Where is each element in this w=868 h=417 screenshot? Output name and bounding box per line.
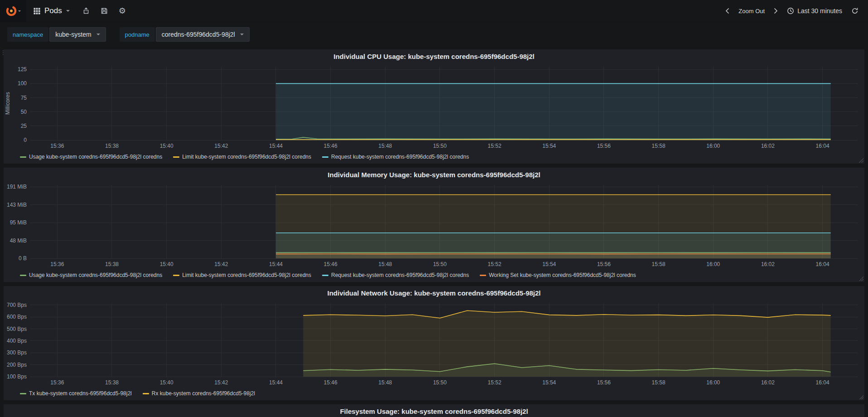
- y-tick-label: 25: [21, 123, 27, 129]
- x-tick-label: 15:40: [160, 379, 174, 386]
- x-tick-label: 16:02: [761, 379, 775, 386]
- panel-title[interactable]: Individual Network Usage: kube-system co…: [4, 286, 864, 301]
- variable-value-dropdown[interactable]: coredns-695f96dcd5-98j2l: [156, 27, 250, 42]
- panel-title[interactable]: Individual Memory Usage: kube-system cor…: [4, 168, 864, 182]
- share-button[interactable]: [77, 0, 95, 22]
- x-tick-label: 15:52: [488, 143, 502, 149]
- y-tick-label: 0: [24, 137, 27, 143]
- chart-legend: Usage kube-system coredns-695f96dcd5-98j…: [4, 269, 864, 282]
- y-tick-label: 95 MiB: [10, 219, 27, 226]
- y-tick-label: 100 Bps: [7, 373, 27, 380]
- legend-color-swatch: [20, 275, 26, 276]
- variables-bar: namespacekube-systempodnamecoredns-695f9…: [0, 22, 868, 47]
- x-tick-label: 15:54: [542, 379, 556, 386]
- x-tick-label: 15:54: [542, 143, 556, 149]
- y-tick-label: 75: [21, 95, 27, 101]
- legend-item[interactable]: Usage kube-system coredns-695f96dcd5-98j…: [20, 272, 162, 278]
- x-tick-label: 15:50: [433, 261, 447, 267]
- variable-value-dropdown[interactable]: kube-system: [49, 27, 106, 42]
- panel-resize-handle[interactable]: [859, 395, 863, 399]
- x-tick-label: 15:44: [269, 261, 283, 267]
- panel-resize-handle[interactable]: [859, 276, 863, 281]
- panel-resize-handle[interactable]: [859, 158, 863, 163]
- legend-color-swatch: [322, 156, 328, 158]
- memory-usage-chart[interactable]: 15:3615:3815:4015:4215:4415:4615:4815:50…: [4, 182, 864, 269]
- x-tick-label: 15:54: [542, 261, 556, 267]
- x-tick-label: 15:44: [269, 379, 283, 386]
- legend-item[interactable]: Request kube-system coredns-695f96dcd5-9…: [322, 154, 469, 160]
- legend-color-swatch: [143, 393, 149, 394]
- legend-series-name: Limit kube-system coredns-695f96dcd5-98j…: [182, 154, 311, 160]
- dashboard-panels: ⋮⋮ Individual CPU Usage: kube-system cor…: [0, 47, 868, 417]
- refresh-button[interactable]: [848, 5, 862, 16]
- legend-series-name: Usage kube-system coredns-695f96dcd5-98j…: [29, 272, 162, 278]
- grafana-menu-button[interactable]: [0, 0, 26, 22]
- x-tick-label: 15:38: [105, 143, 119, 149]
- x-tick-label: 16:02: [761, 261, 775, 267]
- x-tick-label: 15:40: [160, 261, 174, 267]
- variable-value-text: coredns-695f96dcd5-98j2l: [162, 31, 235, 38]
- x-tick-label: 15:42: [214, 379, 228, 386]
- share-icon: [82, 7, 90, 15]
- navbar-right: Zoom Out Last 30 minutes: [722, 5, 868, 16]
- zoom-out-button[interactable]: Zoom Out: [735, 6, 768, 16]
- legend-color-swatch: [173, 275, 179, 276]
- x-tick-label: 15:46: [324, 143, 338, 149]
- time-shift-forward-button[interactable]: [771, 6, 781, 16]
- cpu-usage-chart[interactable]: 15:3615:3815:4015:4215:4415:4615:4815:50…: [4, 64, 864, 151]
- series-fill-1: [303, 310, 830, 377]
- x-tick-label: 15:58: [652, 143, 665, 149]
- legend-color-swatch: [322, 275, 328, 276]
- save-button[interactable]: [95, 0, 113, 22]
- save-icon: [101, 7, 108, 15]
- x-tick-label: 15:38: [105, 379, 119, 386]
- legend-series-name: Request kube-system coredns-695f96dcd5-9…: [331, 272, 469, 278]
- legend-item[interactable]: Request kube-system coredns-695f96dcd5-9…: [322, 272, 469, 278]
- x-tick-label: 16:02: [761, 143, 775, 149]
- legend-item[interactable]: Rx kube-system coredns-695f96dcd5-98j2l: [143, 390, 255, 397]
- time-shift-back-button[interactable]: [722, 6, 733, 16]
- dashboard-picker[interactable]: Pods: [26, 0, 77, 22]
- zoom-out-label: Zoom Out: [738, 8, 765, 15]
- panel-title[interactable]: Individual CPU Usage: kube-system coredn…: [4, 49, 864, 64]
- legend-item[interactable]: Working Set kube-system coredns-695f96dc…: [480, 272, 636, 278]
- x-tick-label: 15:48: [378, 261, 392, 267]
- caret-down-icon: [240, 34, 244, 35]
- gear-icon: ⚙: [119, 7, 126, 15]
- chart-legend: Usage kube-system coredns-695f96dcd5-98j…: [4, 151, 864, 164]
- legend-color-swatch: [480, 275, 486, 276]
- legend-item[interactable]: Tx kube-system coredns-695f96dcd5-98j2l: [20, 390, 132, 397]
- caret-down-icon: [18, 10, 21, 12]
- panel-title[interactable]: Filesystem Usage: kube-system coredns-69…: [4, 404, 864, 417]
- network-usage-chart[interactable]: 15:3615:3815:4015:4215:4415:4615:4815:50…: [4, 301, 864, 388]
- x-tick-label: 16:00: [706, 379, 720, 386]
- legend-item[interactable]: Limit kube-system coredns-695f96dcd5-98j…: [173, 272, 311, 278]
- y-axis-title: Millicores: [5, 92, 11, 115]
- y-tick-label: 200 Bps: [7, 362, 27, 368]
- time-range-button[interactable]: Last 30 minutes: [784, 5, 845, 16]
- chevron-right-icon: [774, 8, 778, 14]
- x-tick-label: 15:48: [378, 379, 392, 386]
- y-tick-label: 0 B: [19, 255, 27, 262]
- legend-item[interactable]: Limit kube-system coredns-695f96dcd5-98j…: [173, 154, 311, 160]
- settings-button[interactable]: ⚙: [113, 0, 131, 22]
- x-tick-label: 16:00: [706, 143, 720, 149]
- y-tick-label: 700 Bps: [7, 302, 27, 308]
- legend-color-swatch: [20, 156, 26, 158]
- y-tick-label: 400 Bps: [7, 338, 27, 344]
- x-tick-label: 15:42: [214, 143, 228, 149]
- variable-namespace: namespacekube-system: [7, 27, 106, 42]
- legend-item[interactable]: Usage kube-system coredns-695f96dcd5-98j…: [20, 154, 162, 160]
- x-tick-label: 15:50: [433, 143, 447, 149]
- x-tick-label: 16:04: [816, 261, 829, 267]
- y-tick-label: 100: [18, 80, 27, 87]
- series-fill-2: [276, 83, 831, 140]
- variable-podname: podnamecoredns-695f96dcd5-98j2l: [120, 27, 250, 42]
- panel-individual-memory-usage: Individual Memory Usage: kube-system cor…: [4, 168, 864, 282]
- panel-individual-cpu-usage: Individual CPU Usage: kube-system coredn…: [4, 49, 864, 164]
- navbar: Pods ⚙ Zoom Out: [0, 0, 868, 22]
- x-tick-label: 15:58: [652, 379, 665, 386]
- x-tick-label: 16:00: [706, 261, 720, 267]
- x-tick-label: 15:56: [597, 379, 611, 386]
- y-tick-label: 50: [21, 109, 27, 115]
